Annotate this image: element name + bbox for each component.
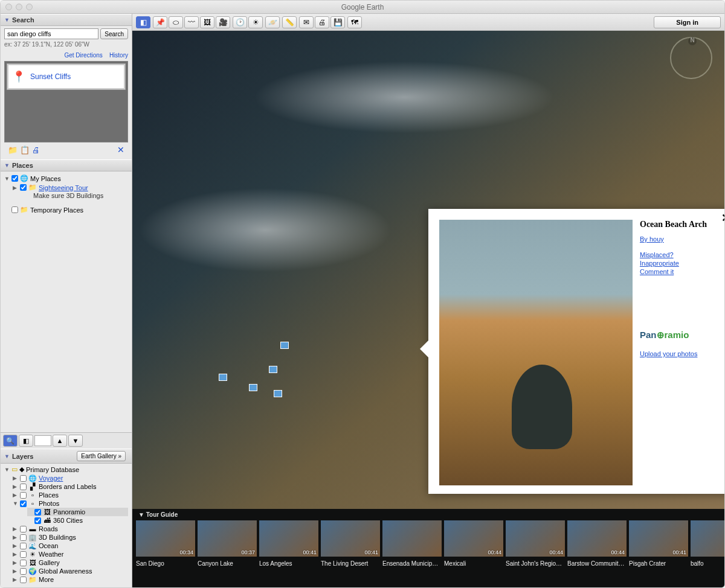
layer-item[interactable]: 🏙360 Cities <box>27 516 128 525</box>
layer-checkbox[interactable] <box>20 475 27 482</box>
layer-item[interactable]: ▼▫Photos <box>13 499 128 508</box>
layer-checkbox[interactable] <box>20 526 27 532</box>
layer-item[interactable]: ▶▬Roads <box>13 525 128 533</box>
copy-icon[interactable]: 📋 <box>20 145 28 154</box>
tour-guide-item[interactable]: 00:44Mexicali <box>444 520 503 567</box>
my-places-node[interactable]: ▼🌐My Places <box>4 174 128 183</box>
misplaced-link[interactable]: Misplaced? <box>640 251 723 258</box>
layer-item[interactable]: ▶☀Weather <box>13 550 128 558</box>
sightseeing-link[interactable]: Sightseeing Tour <box>39 184 88 191</box>
layer-link[interactable]: Voyager <box>39 475 63 482</box>
layer-checkbox[interactable] <box>20 543 27 549</box>
layer-checkbox[interactable] <box>20 560 27 566</box>
layer-checkbox[interactable] <box>34 509 41 516</box>
layer-item[interactable]: ▶🌍Global Awareness <box>13 567 128 575</box>
layer-label: Borders and Labels <box>39 483 96 490</box>
history-link[interactable]: History <box>109 52 128 59</box>
history-button[interactable]: 🕑 <box>233 16 247 28</box>
map-viewport[interactable]: N ✕ Ocean Beach Arch By houy Misplaced? … <box>132 31 724 509</box>
primary-database-node[interactable]: ▼▭◆Primary Database <box>4 465 128 474</box>
layer-checkbox[interactable] <box>20 568 27 575</box>
sightseeing-checkbox[interactable] <box>20 184 27 191</box>
get-directions-link[interactable]: Get Directions <box>64 52 102 59</box>
tour-guide-item[interactable]: 00:41The Living Desert <box>321 520 380 567</box>
sun-button[interactable]: ☀ <box>248 16 263 28</box>
layer-item[interactable]: ▶🌊Ocean <box>13 542 128 550</box>
layer-checkbox[interactable] <box>20 500 27 507</box>
placemark-button[interactable]: 📌 <box>153 16 167 28</box>
sightseeing-node[interactable]: ▶📁Sightseeing Tour <box>13 183 128 192</box>
folder-icon: 📁 <box>28 184 37 191</box>
layer-item[interactable]: ▶▫Places <box>13 491 128 499</box>
panel-tool-button[interactable]: ◧ <box>19 435 33 447</box>
temporary-checkbox[interactable] <box>11 206 18 213</box>
photo-marker[interactable] <box>219 374 227 381</box>
search-button[interactable]: Search <box>100 28 128 39</box>
record-tour-button[interactable]: 🎥 <box>216 16 230 28</box>
photo-marker[interactable] <box>274 390 282 397</box>
tour-guide-item[interactable]: 00:34San Diego <box>136 520 195 567</box>
tour-guide-item[interactable]: 00:44Saint John's Regio… <box>506 520 565 567</box>
places-panel-header[interactable]: ▼Places <box>1 159 132 171</box>
layer-checkbox[interactable] <box>20 551 27 558</box>
photo-marker[interactable] <box>269 366 277 373</box>
layer-checkbox[interactable] <box>20 492 27 499</box>
layer-item[interactable]: ▶📁More <box>13 575 128 584</box>
tour-guide-item[interactable]: 00:41Los Angeles <box>259 520 318 567</box>
popup-author-link[interactable]: By houy <box>640 235 723 243</box>
image-overlay-button[interactable]: 🖼 <box>200 16 214 28</box>
minimize-window-button[interactable] <box>16 4 22 10</box>
print-icon[interactable]: 🖨 <box>32 145 40 154</box>
layer-item[interactable]: ▶🖼Gallery <box>13 558 128 567</box>
print-button[interactable]: 🖨 <box>315 16 329 28</box>
tour-guide-item[interactable]: 00:41Pisgah Crater <box>629 520 688 567</box>
comment-link[interactable]: Comment it <box>640 268 723 275</box>
close-results-icon[interactable]: ✕ <box>117 145 124 155</box>
tour-guide-item[interactable]: 00:44Barstow Communit… <box>567 520 627 567</box>
opacity-slider[interactable] <box>34 435 51 446</box>
tour-guide-header[interactable]: ▼ Tour Guide <box>132 509 724 520</box>
main-toolbar: ◧ 📌 ⬭ 〰 🖼 🎥 🕑 ☀ 🪐 📏 ✉ 🖨 💾 <box>132 14 724 31</box>
result-link[interactable]: Sunset Cliffs <box>30 72 71 81</box>
layer-checkbox[interactable] <box>20 577 27 583</box>
planet-button[interactable]: 🪐 <box>265 16 280 28</box>
navigation-compass[interactable]: N <box>670 37 718 133</box>
up-button[interactable]: ▲ <box>53 435 67 447</box>
view-in-maps-button[interactable]: 🗺 <box>347 16 362 28</box>
email-button[interactable]: ✉ <box>299 16 314 28</box>
upload-photos-link[interactable]: Upload your photos <box>640 350 723 357</box>
layer-item[interactable]: ▶▞Borders and Labels <box>13 482 128 491</box>
layer-item[interactable]: ▶🌐Voyager <box>13 474 128 482</box>
search-result-item[interactable]: 📍 Sunset Cliffs <box>7 63 126 90</box>
ruler-button[interactable]: 📏 <box>282 16 297 28</box>
tour-guide-item[interactable]: 00:37Canyon Lake <box>198 520 257 567</box>
tour-thumb: 00:44 <box>444 520 503 557</box>
polygon-button[interactable]: ⬭ <box>169 16 183 28</box>
layer-checkbox[interactable] <box>20 484 27 490</box>
search-tool-button[interactable]: 🔍 <box>3 435 18 447</box>
zoom-window-button[interactable] <box>26 4 33 10</box>
earth-gallery-button[interactable]: Earth Gallery » <box>77 451 126 461</box>
layers-panel-header[interactable]: ▼Layers Earth Gallery » <box>1 449 132 464</box>
layer-checkbox[interactable] <box>20 534 27 541</box>
temporary-places-node[interactable]: 📁Temporary Places <box>4 205 128 214</box>
down-button[interactable]: ▼ <box>68 435 83 447</box>
sign-in-button[interactable]: Sign in <box>654 16 721 28</box>
path-button[interactable]: 〰 <box>184 16 199 28</box>
tour-guide-item[interactable]: Ensenada Municip… <box>382 520 442 567</box>
photo-marker[interactable] <box>280 342 289 349</box>
search-input[interactable] <box>4 28 98 39</box>
search-panel-header[interactable]: ▼Search <box>1 14 132 26</box>
save-image-button[interactable]: 💾 <box>330 16 345 28</box>
close-window-button[interactable] <box>5 4 12 10</box>
layer-checkbox[interactable] <box>34 517 41 524</box>
layer-item[interactable]: ▶🏢3D Buildings <box>13 533 128 542</box>
photo-marker[interactable] <box>249 384 257 391</box>
popup-close-button[interactable]: ✕ <box>721 211 724 225</box>
layer-item[interactable]: 🖼Panoramio <box>27 508 128 516</box>
tour-guide-item[interactable]: balfo <box>691 520 724 567</box>
inappropriate-link[interactable]: Inappropriate <box>640 260 723 267</box>
my-places-checkbox[interactable] <box>11 175 18 182</box>
sidebar-toggle-button[interactable]: ◧ <box>136 16 150 28</box>
save-search-icon[interactable]: 📁 <box>8 145 16 154</box>
